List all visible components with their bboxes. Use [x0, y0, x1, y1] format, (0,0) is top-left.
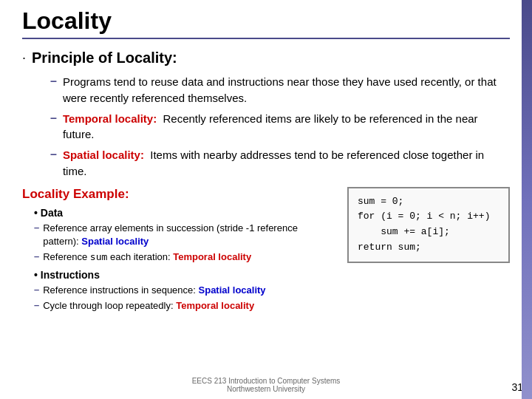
sub-text-1: Programs tend to reuse data and instruct…: [63, 74, 510, 106]
data-label: • Data: [34, 207, 63, 219]
example-left: Locality Example: • Data – Reference arr…: [22, 187, 332, 316]
slide-container: Locality · Principle of Locality: – Prog…: [0, 0, 532, 399]
example-row: Locality Example: • Data – Reference arr…: [22, 187, 510, 316]
example-title-highlight: Example:: [73, 187, 129, 201]
example-data-sub1: – Reference array elements in succession…: [34, 222, 332, 248]
example-instructions-item: • Instructions: [34, 268, 332, 281]
sub-text-2: Temporal locality: Recently referenced i…: [63, 111, 510, 143]
dash-1: –: [50, 75, 57, 88]
code-block: sum = 0; for (i = 0; i < n; i++) sum += …: [347, 187, 510, 263]
sub-bullet-1: – Programs tend to reuse data and instru…: [50, 74, 510, 106]
sub-text-3: Spatial locality: Items with nearby addr…: [63, 147, 510, 180]
footer-line2: Northwestern University: [0, 385, 532, 393]
page-title: Locality: [22, 7, 112, 34]
right-accent-bar: [522, 0, 532, 399]
main-bullet-label: Principle of Locality:: [32, 50, 177, 66]
example-instr-sub1: – Reference instructions in sequence: Sp…: [34, 284, 332, 297]
example-data-sub2-text: Reference sum each iteration: Temporal l…: [43, 250, 251, 264]
example-dash-3: –: [34, 284, 39, 295]
sub-bullet-3: – Spatial locality: Items with nearby ad…: [50, 147, 510, 180]
example-title: Locality Example:: [22, 187, 332, 202]
footer-line1: EECS 213 Introduction to Computer System…: [0, 377, 532, 385]
dash-2: –: [50, 112, 57, 125]
example-data-sub1-text: Reference array elements in succession (…: [43, 222, 332, 248]
sub-bullets: – Programs tend to reuse data and instru…: [50, 74, 510, 180]
temporal-locality-label-2: Temporal locality: [176, 300, 254, 311]
bullet-dot: ·: [22, 50, 26, 66]
sub-bullet-2: – Temporal locality: Recently referenced…: [50, 111, 510, 143]
temporal-locality-label-1: Temporal locality: [173, 251, 251, 262]
example-dash-2: –: [34, 250, 39, 262]
example-dash-1: –: [34, 222, 39, 233]
example-instr-sub2: – Cycle through loop repeatedly: Tempora…: [34, 299, 332, 313]
dash-3: –: [50, 148, 57, 161]
example-instr-sub1-text: Reference instructions in sequence: Spat…: [43, 284, 265, 297]
example-dash-4: –: [34, 299, 39, 310]
spatial-highlight: Spatial locality:: [63, 149, 144, 161]
example-title-plain: Locality: [22, 187, 73, 201]
main-bullet: · Principle of Locality:: [22, 50, 510, 66]
spatial-locality-label: Spatial locality: [81, 236, 149, 247]
instructions-label: • Instructions: [34, 269, 100, 281]
example-data-sub2: – Reference sum each iteration: Temporal…: [34, 250, 332, 264]
title-bar: Locality: [22, 7, 510, 39]
example-data-item: • Data: [34, 206, 332, 219]
temporal-highlight: Temporal locality:: [63, 112, 157, 125]
footer: EECS 213 Introduction to Computer System…: [0, 377, 532, 393]
spatial-locality-label-2: Spatial locality: [199, 284, 266, 296]
example-instr-sub2-text: Cycle through loop repeatedly: Temporal …: [43, 299, 254, 313]
